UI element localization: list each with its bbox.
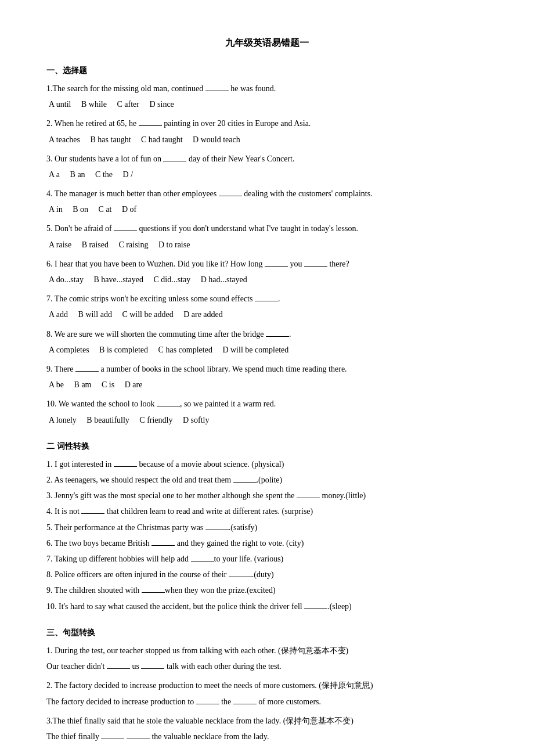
q6: 6. I hear that you have been to Wuzhen. … (46, 257, 488, 287)
q9: 9. There a number of books in the school… (46, 362, 488, 392)
q4: 4. The manager is much better than other… (46, 186, 488, 217)
section1: 一、选择题 1.The search for the missing old m… (46, 63, 488, 427)
q9-text: 9. There a number of books in the school… (46, 362, 488, 376)
section1-title: 一、选择题 (46, 63, 488, 78)
q8: 8. We are sure we will shorten the commu… (46, 327, 488, 357)
q5: 5. Don't be afraid of questions if you d… (46, 221, 488, 251)
q6-opts: A do...stay B have...stayed C did...stay… (46, 272, 488, 287)
q5-opts: A raise B raised C raising D to raise (46, 237, 488, 252)
q3: 3. Our students have a lot of fun on day… (46, 152, 488, 182)
page-title: 九年级英语易错题一 (46, 35, 488, 52)
section2-title: 二 词性转换 (46, 439, 488, 453)
q8-text: 8. We are sure we will shorten the commu… (46, 327, 488, 341)
q3-opts: A a B an C the D / (46, 167, 488, 182)
s3-q2-orig: 2. The factory decided to increase produ… (46, 678, 488, 693)
s3-q1: 1. During the test, our teacher stopped … (46, 643, 488, 674)
q7-opts: A add B will add C will be added D are a… (46, 307, 488, 322)
section2: 二 词性转换 1. I got interested in because of… (46, 439, 488, 614)
s2-q6: 6. The two boys became British and they … (46, 536, 488, 550)
q5-text: 5. Don't be afraid of questions if you d… (46, 221, 488, 236)
s3-q2: 2. The factory decided to increase produ… (46, 678, 488, 708)
q6-text: 6. I hear that you have been to Wuzhen. … (46, 257, 488, 271)
s2-q4: 4. It is not that children learn to read… (46, 504, 488, 519)
q4-opts: A in B on C at D of (46, 202, 488, 217)
q10-opts: A lonely B beautifully C friendly D soft… (46, 413, 488, 427)
s3-q3: 3.The thief finally said that he stole t… (46, 714, 488, 744)
q7-text: 7. The comic strips won't be exciting un… (46, 291, 488, 306)
q2-opts: A teaches B has taught C had taught D wo… (46, 132, 488, 147)
q10-text: 10. We wanted the school to look , so we… (46, 397, 488, 411)
s2-q9: 9. The children shouted with when they w… (46, 583, 488, 597)
q1-text: 1.The search for the missing old man, co… (46, 81, 488, 96)
q8-opts: A completes B is completed C has complet… (46, 343, 488, 357)
s2-q2: 2. As teenagers, we should respect the o… (46, 473, 488, 487)
s2-q5: 5. Their performance at the Christmas pa… (46, 520, 488, 535)
q9-opts: A be B am C is D are (46, 377, 488, 392)
s2-q3: 3. Jenny's gift was the most special one… (46, 488, 488, 503)
q3-text: 3. Our students have a lot of fun on day… (46, 152, 488, 166)
s3-q3-orig: 3.The thief finally said that he stole t… (46, 714, 488, 728)
q2-text: 2. When he retired at 65, he painting in… (46, 116, 488, 131)
section3-title: 三、句型转换 (46, 625, 488, 640)
q2: 2. When he retired at 65, he painting in… (46, 116, 488, 146)
s3-q3-transform: The thief finally the valuable necklace … (46, 729, 488, 744)
q1-opts: A until B while C after D since (46, 97, 488, 111)
s2-q8: 8. Police officers are often injured in … (46, 567, 488, 582)
section3: 三、句型转换 1. During the test, our teacher s… (46, 625, 488, 744)
q10: 10. We wanted the school to look , so we… (46, 397, 488, 427)
q7: 7. The comic strips won't be exciting un… (46, 291, 488, 322)
s2-q1: 1. I got interested in because of a movi… (46, 457, 488, 471)
q4-text: 4. The manager is much better than other… (46, 186, 488, 201)
s3-q2-transform: The factory decided to increase producti… (46, 694, 488, 709)
q1: 1.The search for the missing old man, co… (46, 81, 488, 111)
s2-q7: 7. Taking up different hobbies will help… (46, 552, 488, 566)
s3-q1-transform: Our teacher didn't us talk with each oth… (46, 659, 488, 674)
s3-q1-orig: 1. During the test, our teacher stopped … (46, 643, 488, 658)
s2-q10: 10. It's hard to say what caused the acc… (46, 599, 488, 614)
